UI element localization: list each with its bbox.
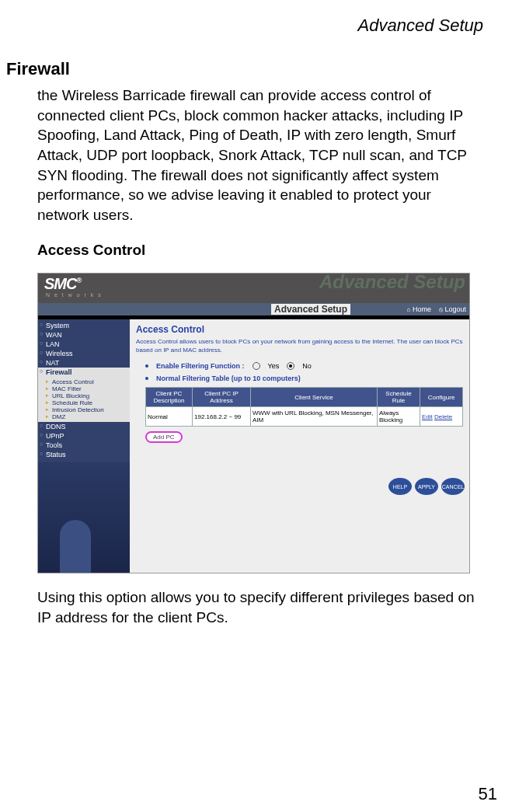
sidebar-sub-url-blocking[interactable]: URL Blocking [38, 392, 130, 399]
add-pc-button[interactable]: Add PC [145, 431, 183, 443]
bullet-icon [145, 364, 148, 368]
sidebar: System WAN LAN Wireless NAT Firewall Acc… [38, 319, 130, 573]
sidebar-item-ddns[interactable]: DDNS [38, 422, 130, 431]
sidebar-sub-access-control[interactable]: Access Control [38, 378, 130, 385]
th-rule: Schedule Rule [378, 388, 420, 407]
radio-yes-label: Yes [268, 362, 280, 370]
sidebar-item-status[interactable]: Status [38, 450, 130, 459]
sidebar-item-firewall[interactable]: Firewall [38, 368, 130, 377]
admin-screenshot: SMC® N e t w o r k s Advanced Setup Adva… [37, 273, 470, 573]
sidebar-item-wireless[interactable]: Wireless [38, 349, 130, 358]
logout-link[interactable]: ⦸ Logout [439, 305, 466, 314]
delete-link[interactable]: Delete [434, 413, 452, 420]
cell-configure: Edit Delete [420, 407, 463, 427]
brand-subtext: N e t w o r k s [46, 292, 103, 298]
sidebar-illustration [38, 462, 130, 573]
sidebar-item-tools[interactable]: Tools [38, 441, 130, 450]
sidebar-subnav: Access Control MAC Filter URL Blocking S… [38, 377, 130, 422]
access-control-paragraph: Using this option allows you to specify … [37, 587, 483, 627]
th-configure: Configure [420, 388, 463, 407]
th-ip: Client PC IP Address [193, 388, 251, 407]
filtering-table: Client PC Description Client PC IP Addre… [145, 387, 463, 427]
sidebar-item-system[interactable]: System [38, 321, 130, 330]
home-link[interactable]: ⌂ Home [407, 305, 431, 313]
subsection-heading: Access Control [37, 242, 483, 259]
table-row: Normal 192.168.2.2 ~ 99 WWW with URL Blo… [146, 407, 463, 427]
sidebar-item-wan[interactable]: WAN [38, 330, 130, 340]
radio-no[interactable] [287, 362, 294, 370]
brand-logo: SMC® [44, 275, 81, 293]
cell-rule: Always Blocking [378, 407, 420, 427]
content-pane: Access Control Access Control allows use… [130, 319, 469, 573]
filtering-table-label: Normal Filtering Table (up to 10 compute… [156, 375, 301, 382]
section-heading: Firewall [6, 59, 483, 79]
sidebar-sub-schedule-rule[interactable]: Schedule Rule [38, 399, 130, 406]
sidebar-item-lan[interactable]: LAN [38, 340, 130, 349]
cell-ip: 192.168.2.2 ~ 99 [193, 407, 251, 427]
sidebar-sub-dmz[interactable]: DMZ [38, 413, 130, 420]
sidebar-item-nat[interactable]: NAT [38, 358, 130, 368]
apply-button[interactable]: APPLY [415, 478, 438, 495]
content-description: Access Control allows users to block PCs… [136, 338, 463, 354]
help-button[interactable]: HELP [388, 478, 412, 495]
edit-link[interactable]: Edit [422, 413, 433, 420]
sidebar-sub-intrusion-detection[interactable]: Intrusion Detection [38, 406, 130, 413]
cell-desc: Normal [146, 407, 193, 427]
running-head: Advanced Setup [6, 16, 483, 36]
action-buttons: HELP APPLY CANCEL [388, 478, 465, 495]
advanced-setup-watermark: Advanced Setup [319, 273, 465, 293]
top-bar: Advanced Setup ⌂ Home ⦸ Logout [38, 303, 469, 315]
filtering-table-label-row: Normal Filtering Table (up to 10 compute… [145, 375, 463, 382]
th-desc: Client PC Description [146, 388, 193, 407]
radio-no-label: No [302, 362, 312, 370]
advanced-setup-label: Advanced Setup [271, 304, 350, 315]
sidebar-sub-mac-filter[interactable]: MAC Filter [38, 385, 130, 392]
page-number: 51 [479, 784, 497, 804]
enable-filtering-label: Enable Filtering Function : [156, 362, 245, 370]
cancel-button[interactable]: CANCEL [441, 478, 465, 495]
content-title: Access Control [136, 324, 463, 335]
shot-header: SMC® N e t w o r k s Advanced Setup [38, 274, 469, 303]
th-service: Client Service [251, 388, 378, 407]
bullet-icon [145, 377, 148, 380]
enable-filtering-row: Enable Filtering Function : Yes No [145, 362, 463, 370]
radio-yes[interactable] [252, 362, 260, 370]
firewall-paragraph: the Wireless Barricade firewall can prov… [37, 85, 483, 225]
cell-service: WWW with URL Blocking, MSN Messenger, AI… [251, 407, 378, 427]
sidebar-item-upnp[interactable]: UPnP [38, 431, 130, 441]
